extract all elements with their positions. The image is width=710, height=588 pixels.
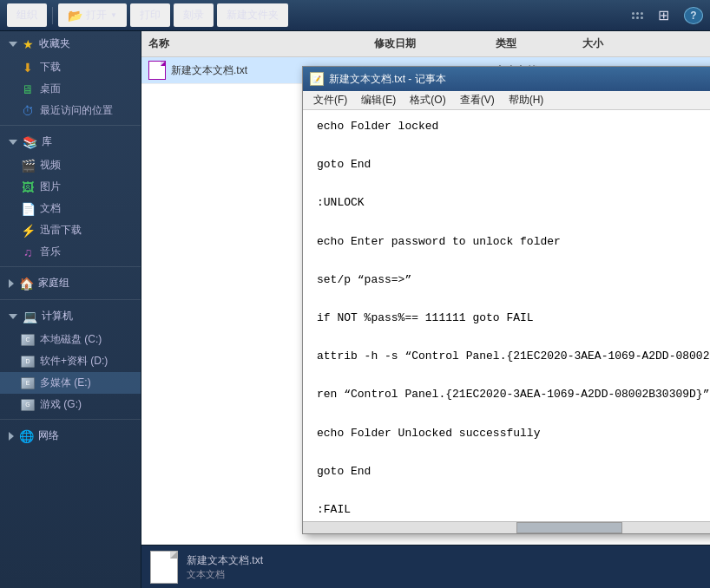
library-header[interactable]: 📚 库 [0,129,141,154]
menu-help[interactable]: 帮助(H) [502,91,551,109]
sidebar-item-drive-e[interactable]: E 多媒体 (E:) [0,372,141,394]
print-btn[interactable]: 打印 [130,3,170,27]
toolbar-right: ⊞ ? [632,3,703,28]
computer-label: 计算机 [42,309,73,323]
favorites-label: 收藏夹 [39,36,70,51]
sidebar-item-drive-d[interactable]: D 软件+资料 (D:) [0,350,141,372]
sidebar-item-desktop[interactable]: 🖥 桌面 [0,78,141,100]
sidebar-item-thunder[interactable]: ⚡ 迅雷下载 [0,219,141,241]
sidebar-item-drive-c[interactable]: C 本地磁盘 (C:) [0,329,141,350]
notepad-menubar: 文件(F) 编辑(E) 格式(O) 查看(V) 帮助(H) [303,91,710,110]
sidebar-item-recent[interactable]: ⏱ 最近访问的位置 [0,100,141,121]
computer-expand-icon [9,314,17,319]
downloads-icon: ⬇ [21,62,35,74]
col-size[interactable]: 大小 [575,35,645,53]
network-expand-icon [9,432,14,441]
menu-view[interactable]: 查看(V) [453,91,502,109]
organize-label: 组织 [16,8,37,23]
favorites-expand-icon [9,42,17,47]
view-toggle-btn[interactable]: ⊞ [648,3,679,28]
file-header: 名称 修改日期 类型 大小 [141,31,710,57]
open-btn[interactable]: 📂 打开 ▼ [58,3,127,27]
music-label: 音乐 [40,245,61,259]
computer-header[interactable]: 💻 计算机 [0,304,141,329]
burn-btn[interactable]: 刻录 [174,3,214,27]
help-btn[interactable]: ? [684,7,703,24]
music-icon: ♫ [21,246,35,258]
network-section: 🌐 网络 [0,423,141,448]
sidebar-item-documents[interactable]: 📄 文档 [0,198,141,219]
notepad-window: 📝 新建文本文档.txt - 记事本 ▽ △ ✕ 文件(F) 编辑(E) 格式(… [302,66,710,534]
sidebar: ★ 收藏夹 ⬇ 下载 🖥 桌面 ⏱ 最近访问的位置 📚 库 [0,31,141,588]
hscrollbar-track [303,522,710,533]
file-txt-icon [148,61,166,80]
sidebar-item-music[interactable]: ♫ 音乐 [0,241,141,263]
open-dropdown-icon: ▼ [110,11,117,19]
computer-icon: 💻 [23,310,36,323]
file-name: 新建文本文档.txt [171,63,247,78]
col-date[interactable]: 修改日期 [367,35,489,53]
favorites-icon: ★ [23,37,34,51]
drive-c-icon: C [21,334,35,346]
drive-c-label: 本地磁盘 (C:) [40,332,102,347]
menu-format[interactable]: 格式(O) [403,91,452,109]
sidebar-divider-2 [0,266,141,267]
more-options-icon[interactable] [632,12,643,19]
new-folder-btn[interactable]: 新建文件夹 [217,3,288,27]
videos-label: 视频 [40,158,61,173]
top-toolbar: 组织 📂 打开 ▼ 打印 刻录 新建文件夹 ⊞ ? [0,0,710,31]
recent-icon: ⏱ [21,105,35,117]
documents-icon: 📄 [21,203,35,215]
col-name[interactable]: 名称 [141,35,367,53]
open-icon: 📂 [68,9,82,23]
network-label: 网络 [38,428,59,443]
organize-btn[interactable]: 组织 [7,3,47,27]
drive-e-icon: E [21,377,35,389]
sep1 [52,7,53,24]
notepad-content-area[interactable]: echo Folder locked goto End :UNLOCK echo… [303,110,710,521]
sidebar-item-videos[interactable]: 🎬 视频 [0,154,141,176]
status-filetype: 文本文档 [187,568,263,581]
sidebar-item-drive-g[interactable]: G 游戏 (G:) [0,394,141,415]
drive-d-label: 软件+资料 (D:) [40,354,108,369]
homegroup-icon: 🏠 [19,278,33,290]
col-type[interactable]: 类型 [489,35,575,53]
thunder-label: 迅雷下载 [40,223,82,238]
menu-file[interactable]: 文件(F) [306,91,354,109]
sidebar-item-pictures[interactable]: 🖼 图片 [0,176,141,198]
menu-edit[interactable]: 编辑(E) [354,91,403,109]
notepad-title: 新建文本文档.txt - 记事本 [329,72,710,87]
downloads-label: 下载 [40,60,61,75]
status-file-icon [150,551,178,584]
favorites-header[interactable]: ★ 收藏夹 [0,31,141,56]
library-label: 库 [42,134,52,149]
notepad-app-icon: 📝 [310,72,324,86]
pictures-icon: 🖼 [21,181,35,193]
sidebar-divider-1 [0,125,141,126]
videos-icon: 🎬 [21,160,35,172]
sidebar-divider-3 [0,299,141,300]
recent-label: 最近访问的位置 [40,103,113,118]
homegroup-header[interactable]: 🏠 家庭组 [0,271,141,296]
hscrollbar-thumb[interactable] [516,522,623,533]
notepad-hscrollbar[interactable] [303,521,710,533]
homegroup-expand-icon [9,279,14,288]
sidebar-item-downloads[interactable]: ⬇ 下载 [0,56,141,78]
thunder-icon: ⚡ [21,225,35,237]
status-filename: 新建文本文档.txt [187,553,263,568]
file-pane: 名称 修改日期 类型 大小 新建文本文档.txt 2013/12/26 9:26… [141,31,710,588]
library-icon: 📚 [23,136,36,148]
main-area: ★ 收藏夹 ⬇ 下载 🖥 桌面 ⏱ 最近访问的位置 📚 库 [0,31,710,588]
drive-e-label: 多媒体 (E:) [40,376,91,390]
homegroup-section: 🏠 家庭组 [0,271,141,296]
favorites-section: ★ 收藏夹 ⬇ 下载 🖥 桌面 ⏱ 最近访问的位置 [0,31,141,121]
open-label: 打开 [86,8,107,23]
network-header[interactable]: 🌐 网络 [0,423,141,448]
sidebar-divider-4 [0,419,141,420]
homegroup-label: 家庭组 [38,276,69,291]
computer-section: 💻 计算机 C 本地磁盘 (C:) D 软件+资料 (D:) E 多媒体 (E:… [0,304,141,415]
network-icon: 🌐 [19,430,33,442]
desktop-label: 桌面 [40,82,61,96]
library-expand-icon [9,140,17,145]
status-info: 新建文本文档.txt 文本文档 [187,553,263,581]
